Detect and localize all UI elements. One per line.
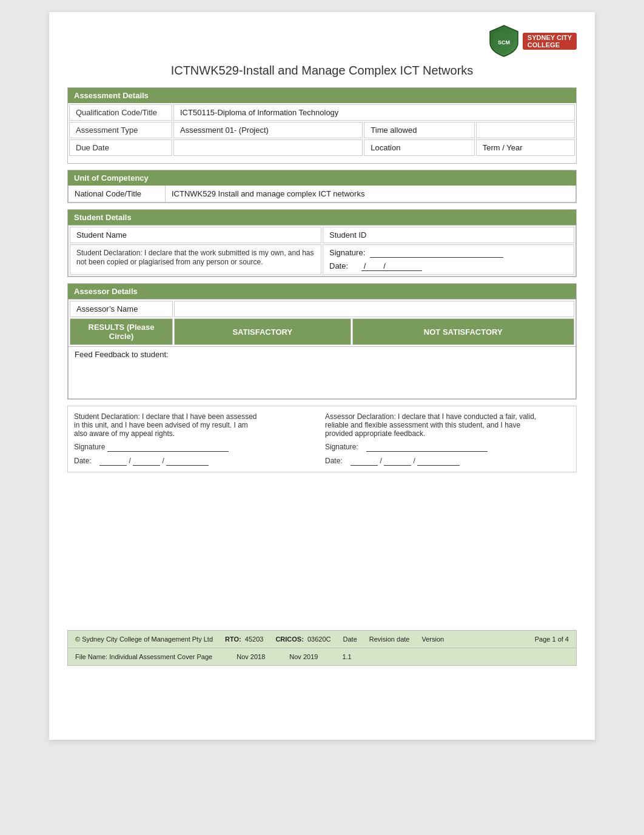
svg-text:SCM: SCM [498, 39, 510, 45]
time-allowed-value [476, 122, 575, 138]
signature-blank [370, 248, 503, 258]
footer-bottom: File Name: Individual Assessment Cover P… [68, 648, 576, 665]
version-col-header: Version [421, 635, 444, 643]
student-date-seg1 [99, 457, 127, 466]
signature-line: Signature: [329, 248, 568, 258]
table-row: Assessor’s Name [70, 301, 574, 317]
term-year-label: Term / Year [476, 139, 575, 156]
student-decl-line3: also aware of my appeal rights. [74, 429, 319, 438]
table-row: Qualification Code/Title ICT50115-Diplom… [69, 104, 575, 121]
student-sig-row: Signature [74, 443, 319, 452]
feedback-label: Feed Feedback to student: [69, 347, 575, 362]
results-row: RESULTS (Please Circle) SATISFACTORY NOT… [70, 318, 574, 345]
assessor-sig-row: Signature: [325, 443, 570, 452]
assessor-decl-line3: provided appropriate feedback. [325, 429, 570, 438]
assessor-declaration-box: Assessor Declaration: I declare that I h… [325, 412, 570, 466]
location-label: Location [364, 139, 474, 156]
student-sig-label: Signature [74, 443, 105, 451]
rto-label: RTO: [225, 635, 241, 643]
student-date-label: Date: [74, 457, 92, 465]
rto-value: 45203 [245, 635, 264, 643]
footer-version-value: 1.1 [342, 653, 351, 660]
footer: © Sydney City College of Management Pty … [67, 630, 577, 666]
student-date-row: Date: / / [74, 457, 319, 466]
unit-competency-header: Unit of Competency [68, 170, 576, 186]
assessor-details-table: Assessor’s Name RESULTS (Please Circle) … [68, 299, 576, 347]
feedback-container: Feed Feedback to student: [68, 347, 576, 399]
national-code-value: ICTNWK529 Install and manage complex ICT… [166, 186, 575, 202]
date-blank: / / [361, 261, 422, 271]
assessment-details-section: Assessment Details Qualification Code/Ti… [67, 87, 577, 164]
assessor-date-seg1 [351, 457, 378, 466]
student-slash1: / [129, 457, 130, 465]
shield-icon: SCM [489, 24, 519, 58]
assessor-decl-line2: reliable and flexible assessment with th… [325, 421, 570, 429]
qual-label: Qualification Code/Title [69, 104, 172, 121]
unit-competency-section: Unit of Competency National Code/Title I… [67, 170, 577, 203]
logo-badge: SCM SYDNEY CITYCOLLEGE [489, 24, 577, 58]
document-page: SCM SYDNEY CITYCOLLEGE ICTNWK529-Install… [49, 12, 595, 740]
assessor-date-seg2 [384, 457, 411, 466]
assessment-type-label: Assessment Type [69, 122, 172, 138]
assessor-name-label: Assessor’s Name [70, 301, 173, 317]
footer-revision-value: Nov 2019 [289, 653, 318, 660]
footer-date-value: Nov 2018 [236, 653, 265, 660]
student-decl-line2: in this unit, and I have been advised of… [74, 421, 319, 429]
revision-col-header: Revision date [369, 635, 410, 643]
declarations-section: Student Declaration: I declare that I ha… [67, 406, 577, 472]
date-col-header: Date [343, 635, 357, 643]
assessor-date-row: Date: / / [325, 457, 570, 466]
assessor-details-header: Assessor Details [68, 284, 576, 299]
assessment-details-table: Qualification Code/Title ICT50115-Diplom… [68, 103, 576, 157]
student-date-seg2 [133, 457, 160, 466]
unit-row: National Code/Title ICTNWK529 Install an… [69, 186, 575, 202]
feedback-area [69, 362, 575, 398]
table-row: Student Name Student ID [70, 227, 574, 243]
assessor-name-value [174, 301, 574, 317]
logo-text: SYDNEY CITYCOLLEGE [523, 33, 577, 50]
due-date-label: Due Date [69, 139, 172, 156]
table-row: Due Date Location Term / Year [69, 139, 575, 156]
student-name-label: Student Name [70, 227, 321, 243]
due-date-value [173, 139, 363, 156]
assessor-decl-line1: Assessor Declaration: I declare that I h… [325, 412, 570, 421]
page-text: Page 1 of 4 [535, 635, 569, 643]
assessor-slash2: / [413, 457, 415, 465]
student-sig-blank [107, 443, 229, 452]
declaration-cell: Student Declaration: I declare that the … [70, 244, 321, 275]
assessor-details-section: Assessor Details Assessor’s Name RESULTS… [67, 283, 577, 400]
declaration-text: Student Declaration: I declare that the … [76, 249, 314, 266]
date-line-container: Date: / / [329, 261, 568, 271]
table-row: Assessment Type Assessment 01- (Project)… [69, 122, 575, 138]
student-id-label: Student ID [323, 227, 574, 243]
student-details-section: Student Details Student Name Student ID … [67, 209, 577, 277]
student-date-seg3 [166, 457, 209, 466]
student-details-table: Student Name Student ID Student Declarat… [68, 225, 576, 277]
cricos-label-value: CRICOS: 03620C [275, 635, 330, 643]
signature-cell: Signature: Date: / / [323, 244, 574, 275]
table-row: Student Declaration: I declare that the … [70, 244, 574, 275]
student-slash2: / [162, 457, 164, 465]
rto-label-value: RTO: 45203 [225, 635, 263, 643]
date-label: Date: [329, 261, 348, 270]
assessor-date-label: Date: [325, 457, 343, 465]
qual-value: ICT50115-Diploma of Information Technolo… [173, 104, 575, 121]
assessment-details-header: Assessment Details [68, 88, 576, 103]
cricos-label: CRICOS: [275, 635, 303, 643]
footer-top: © Sydney City College of Management Pty … [68, 631, 576, 648]
satisfactory-label: SATISFACTORY [174, 318, 351, 345]
student-decl-line1: Student Declaration: I declare that I ha… [74, 412, 319, 421]
assessor-sig-label: Signature: [325, 443, 358, 451]
unit-body: National Code/Title ICTNWK529 Install an… [68, 186, 576, 203]
not-satisfactory-label: NOT SATISFACTORY [352, 318, 575, 345]
student-details-header: Student Details [68, 210, 576, 225]
signature-label: Signature: [329, 248, 365, 257]
results-label: RESULTS (Please Circle) [70, 318, 173, 345]
assessor-sig-blank [366, 443, 488, 452]
cricos-value: 03620C [307, 635, 331, 643]
unit-header-text: Unit of Competency [74, 173, 149, 183]
page-title: ICTNWK529-Install and Manage Complex ICT… [67, 64, 577, 78]
assessor-date-seg3 [417, 457, 460, 466]
time-allowed-label: Time allowed [364, 122, 474, 138]
assessor-slash1: / [380, 457, 381, 465]
